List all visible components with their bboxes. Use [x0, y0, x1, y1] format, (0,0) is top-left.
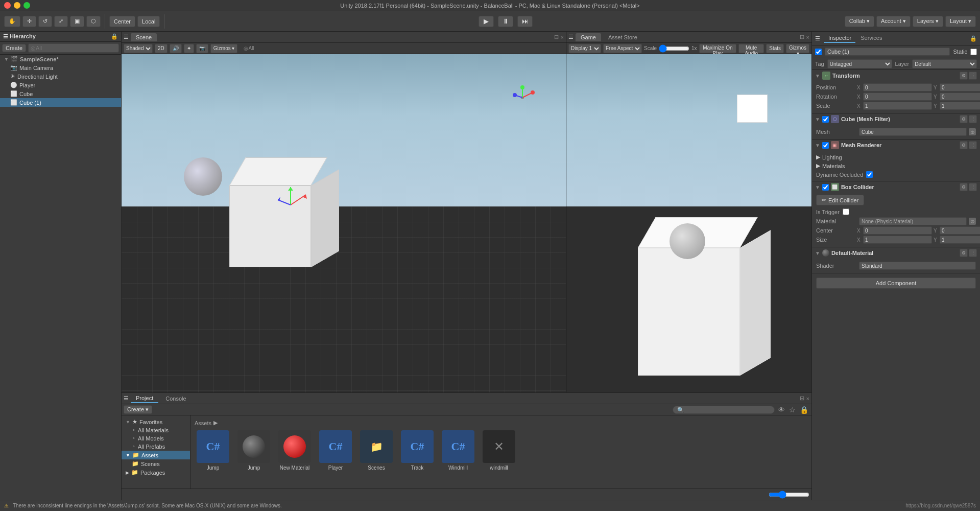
gizmos-btn[interactable]: Gizmos ▾	[210, 44, 238, 53]
bottom-maximize-icon[interactable]: ⊟	[800, 395, 804, 402]
scale-y-input[interactable]	[940, 102, 980, 110]
asset-new-material[interactable]: New Material	[276, 430, 313, 471]
hierarchy-item-cube1[interactable]: ⬜ Cube (1)	[0, 98, 121, 107]
tab-services[interactable]: Services	[856, 34, 886, 43]
account-button[interactable]: Account ▾	[876, 16, 911, 27]
2d-toggle[interactable]: 2D	[155, 44, 168, 53]
position-x-input[interactable]	[863, 83, 932, 91]
hierarchy-item-directional-light[interactable]: ☀ Directional Light	[0, 72, 121, 81]
rotation-y-input[interactable]	[940, 92, 980, 101]
collider-material-target[interactable]: ◎	[969, 218, 976, 225]
sound-toggle[interactable]: 🔊	[170, 44, 182, 53]
collab-button[interactable]: Collab ▾	[845, 16, 874, 27]
mesh-filter-checkbox[interactable]	[822, 116, 829, 123]
aspect-select[interactable]: Free Aspect	[603, 44, 642, 53]
lighting-header[interactable]: ▶ Lighting	[816, 153, 976, 161]
tab-console[interactable]: Console	[160, 394, 191, 403]
mesh-renderer-header[interactable]: ▼ ▣ Mesh Renderer ⚙ ⋮	[812, 140, 980, 151]
asset-track-cs[interactable]: C# Track	[399, 430, 436, 471]
game-gizmos-btn[interactable]: Gizmos ▾	[786, 44, 809, 53]
layout-button[interactable]: Layout ▾	[945, 16, 976, 27]
hierarchy-search-input[interactable]	[28, 43, 119, 53]
default-material-header[interactable]: ▼ Default-Material ⚙ ⋮	[812, 247, 980, 259]
position-y-input[interactable]	[940, 83, 980, 91]
asset-scenes-folder[interactable]: 📁 Scenes	[358, 430, 395, 471]
center-y-input[interactable]	[940, 226, 980, 235]
tree-item-packages[interactable]: ▶ 📁 Packages	[122, 468, 190, 477]
hierarchy-create-button[interactable]: Create	[2, 44, 26, 52]
asset-jump-cs[interactable]: C# Jump	[195, 430, 231, 471]
box-collider-overflow-btn[interactable]: ⋮	[969, 183, 977, 191]
maximize-on-play-btn[interactable]: Maximize On Play	[699, 44, 737, 53]
center-pivot-button[interactable]: Center	[109, 16, 135, 27]
maximize-button[interactable]	[23, 2, 30, 9]
play-button[interactable]: ▶	[479, 16, 494, 27]
tree-item-all-materials[interactable]: ⚬ All Materials	[122, 426, 190, 434]
transform-rotate-tool[interactable]: ↺	[38, 16, 52, 27]
hierarchy-item-player[interactable]: ⚪ Player	[0, 81, 121, 89]
tree-item-assets[interactable]: ▼ 📁 Assets	[122, 451, 190, 459]
add-component-button[interactable]: Add Component	[816, 277, 976, 289]
bookmark-icon[interactable]: ☆	[788, 406, 797, 414]
tree-item-all-models[interactable]: ⚬ All Models	[122, 434, 190, 443]
tab-asset-store[interactable]: Asset Store	[603, 33, 642, 41]
transform-rect-tool[interactable]: ▣	[70, 16, 84, 27]
mesh-filter-header[interactable]: ▼ ⬡ Cube (Mesh Filter) ⚙ ⋮	[812, 113, 980, 125]
fx-toggle[interactable]: ✦	[184, 44, 194, 53]
dynamic-occluded-checkbox[interactable]	[866, 171, 873, 178]
tab-project[interactable]: Project	[131, 394, 158, 403]
asset-windmill-model[interactable]: ✕ windmill	[481, 430, 517, 471]
project-search-input[interactable]	[673, 406, 775, 414]
material-settings-btn[interactable]: ⚙	[960, 249, 968, 257]
transform-scale-tool[interactable]: ⤢	[54, 16, 68, 27]
tag-dropdown[interactable]: Untagged	[827, 59, 892, 68]
scene-maximize-icon[interactable]: ⊟	[554, 34, 559, 40]
transform-hand-tool[interactable]: ✋	[4, 16, 20, 27]
hierarchy-item-main-camera[interactable]: 📷 Main Camera	[0, 63, 121, 72]
project-create-button[interactable]: Create ▾	[124, 405, 152, 414]
scale-x-input[interactable]	[863, 102, 932, 110]
material-overflow-btn[interactable]: ⋮	[969, 249, 977, 257]
tab-scene[interactable]: Scene	[131, 33, 157, 41]
scene-close-icon[interactable]: ×	[561, 34, 564, 40]
static-checkbox[interactable]	[970, 49, 977, 55]
transform-move-tool[interactable]: ✛	[22, 16, 36, 27]
layers-button[interactable]: Layers ▾	[913, 16, 943, 27]
shading-mode-select[interactable]: Shaded	[124, 44, 153, 53]
tree-item-favorites[interactable]: ▼ ★ Favorites	[122, 417, 190, 426]
is-trigger-checkbox[interactable]	[843, 208, 849, 215]
transform-settings-btn[interactable]: ⚙	[960, 72, 968, 80]
tab-game[interactable]: Game	[576, 33, 601, 41]
center-x-input[interactable]	[863, 226, 932, 235]
box-collider-settings-btn[interactable]: ⚙	[960, 183, 968, 191]
minimize-button[interactable]	[14, 2, 20, 9]
box-collider-checkbox[interactable]	[822, 184, 829, 191]
box-collider-header[interactable]: ▼ ⬜ Box Collider ⚙ ⋮	[812, 181, 980, 193]
game-canvas[interactable]	[566, 54, 811, 392]
transform-overflow-btn[interactable]: ⋮	[969, 72, 977, 80]
asset-size-slider[interactable]	[769, 491, 809, 499]
object-active-checkbox[interactable]	[815, 49, 822, 55]
object-name-input[interactable]	[825, 48, 950, 56]
asset-player-cs[interactable]: C# Player	[317, 430, 354, 471]
mesh-renderer-settings-btn[interactable]: ⚙	[960, 141, 968, 149]
size-y-input[interactable]	[940, 236, 980, 244]
lock-bottom-icon[interactable]: 🔒	[799, 406, 809, 414]
hierarchy-item-scene[interactable]: ▼ 🎬 SampleScene*	[0, 55, 121, 63]
mesh-filter-overflow-btn[interactable]: ⋮	[969, 115, 977, 123]
scale-slider[interactable]	[659, 45, 689, 52]
tab-inspector[interactable]: Inspector	[824, 34, 855, 43]
transform-component-header[interactable]: ▼ ↔ Transform ⚙ ⋮	[812, 70, 980, 81]
rotation-x-input[interactable]	[863, 92, 932, 101]
pause-button[interactable]: ⏸	[498, 16, 513, 27]
scene-camera-toggle[interactable]: 📷	[196, 44, 208, 53]
mute-audio-btn[interactable]: Mute Audio	[738, 44, 764, 53]
size-x-input[interactable]	[863, 236, 932, 244]
mesh-filter-settings-btn[interactable]: ⚙	[960, 115, 968, 123]
scene-canvas[interactable]	[122, 54, 566, 392]
eye-icon[interactable]: 👁	[777, 406, 786, 414]
game-maximize-icon[interactable]: ⊟	[800, 34, 804, 40]
tree-item-all-prefabs[interactable]: ⚬ All Prefabs	[122, 443, 190, 451]
mesh-renderer-overflow-btn[interactable]: ⋮	[969, 141, 977, 149]
mesh-renderer-checkbox[interactable]	[822, 142, 829, 149]
